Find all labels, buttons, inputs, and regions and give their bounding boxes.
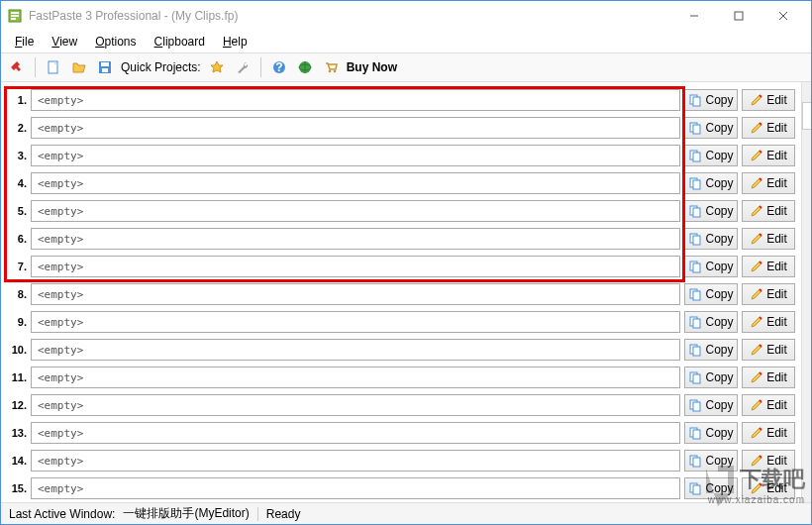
copy-label: Copy — [705, 260, 733, 273]
buy-now-button[interactable]: Buy Now — [347, 60, 397, 74]
copy-label: Copy — [705, 481, 733, 495]
clip-field[interactable]: <empty> — [31, 311, 680, 333]
cart-icon[interactable] — [321, 57, 341, 77]
edit-button[interactable]: Edit — [742, 256, 795, 277]
menu-help[interactable]: Help — [215, 33, 255, 51]
star-icon[interactable] — [207, 57, 227, 77]
menu-view[interactable]: View — [44, 33, 85, 51]
clip-field[interactable]: <empty> — [31, 283, 680, 305]
copy-label: Copy — [705, 454, 733, 468]
globe-icon[interactable] — [295, 57, 315, 77]
clip-row: 7.<empty>CopyEdit — [5, 253, 801, 280]
clip-field[interactable]: <empty> — [31, 256, 680, 277]
clip-field[interactable]: <empty> — [31, 422, 680, 444]
edit-label: Edit — [766, 481, 787, 495]
copy-button[interactable]: Copy — [684, 422, 738, 444]
svg-text:?: ? — [275, 60, 282, 74]
edit-button[interactable]: Edit — [742, 200, 795, 222]
svg-rect-11 — [102, 68, 108, 72]
clip-field[interactable]: <empty> — [31, 367, 680, 388]
help-icon[interactable]: ? — [269, 57, 289, 77]
edit-button[interactable]: Edit — [742, 477, 795, 499]
copy-button[interactable]: Copy — [684, 89, 738, 111]
copy-icon — [688, 481, 702, 495]
new-file-icon[interactable] — [44, 57, 63, 77]
svg-rect-48 — [693, 485, 700, 494]
edit-label: Edit — [766, 204, 787, 218]
copy-button[interactable]: Copy — [684, 117, 738, 139]
edit-button[interactable]: Edit — [742, 339, 795, 361]
clip-number: 7. — [5, 261, 27, 272]
edit-button[interactable]: Edit — [742, 394, 795, 416]
edit-button[interactable]: Edit — [742, 145, 795, 166]
copy-button[interactable]: Copy — [684, 145, 738, 166]
clip-row: 2.<empty>CopyEdit — [5, 114, 801, 142]
copy-button[interactable]: Copy — [684, 394, 738, 416]
clip-field[interactable]: <empty> — [31, 450, 680, 472]
clip-field[interactable]: <empty> — [31, 339, 680, 361]
clip-row: 9.<empty>CopyEdit — [5, 308, 801, 336]
svg-rect-3 — [11, 18, 16, 20]
copy-button[interactable]: Copy — [684, 477, 738, 499]
folder-open-icon[interactable] — [69, 57, 89, 77]
wrench-icon[interactable] — [233, 57, 253, 77]
clip-row: 13.<empty>CopyEdit — [5, 419, 801, 447]
svg-rect-46 — [693, 458, 700, 467]
svg-rect-44 — [693, 430, 700, 439]
copy-label: Copy — [705, 315, 733, 329]
clip-field[interactable]: <empty> — [31, 200, 680, 222]
edit-button[interactable]: Edit — [742, 172, 795, 194]
copy-button[interactable]: Copy — [684, 283, 738, 305]
copy-button[interactable]: Copy — [684, 256, 738, 277]
edit-icon — [750, 287, 763, 301]
clip-field[interactable]: <empty> — [31, 228, 680, 250]
side-tab[interactable] — [802, 102, 811, 130]
copy-label: Copy — [705, 343, 733, 357]
edit-label: Edit — [766, 93, 787, 107]
edit-button[interactable]: Edit — [742, 117, 795, 139]
edit-icon — [750, 149, 763, 162]
svg-rect-10 — [101, 62, 109, 66]
menu-clipboard[interactable]: Clipboard — [147, 33, 213, 51]
copy-icon — [688, 426, 702, 440]
svg-rect-34 — [693, 291, 700, 300]
edit-button[interactable]: Edit — [742, 367, 795, 388]
copy-button[interactable]: Copy — [684, 311, 738, 333]
copy-icon — [688, 232, 702, 246]
clip-field[interactable]: <empty> — [31, 477, 680, 499]
clip-field[interactable]: <empty> — [31, 172, 680, 194]
clip-field[interactable]: <empty> — [31, 394, 680, 416]
titlebar: FastPaste 3 Professional - (My Clips.fp) — [1, 1, 811, 31]
svg-rect-2 — [11, 15, 19, 17]
clip-field[interactable]: <empty> — [31, 89, 680, 111]
copy-label: Copy — [705, 149, 733, 162]
svg-rect-32 — [693, 263, 700, 272]
copy-button[interactable]: Copy — [684, 339, 738, 361]
minimize-button[interactable] — [671, 2, 716, 30]
app-window: FastPaste 3 Professional - (My Clips.fp)… — [0, 0, 812, 525]
svg-rect-26 — [693, 180, 700, 189]
svg-rect-24 — [693, 153, 700, 161]
pin-icon[interactable] — [7, 57, 27, 77]
copy-icon — [688, 204, 702, 218]
clip-field[interactable]: <empty> — [31, 117, 680, 139]
copy-button[interactable]: Copy — [684, 200, 738, 222]
close-button[interactable] — [761, 2, 805, 30]
copy-button[interactable]: Copy — [684, 228, 738, 250]
edit-button[interactable]: Edit — [742, 422, 795, 444]
edit-button[interactable]: Edit — [742, 89, 795, 111]
maximize-button[interactable] — [716, 2, 761, 30]
edit-button[interactable]: Edit — [742, 450, 795, 472]
toolbar-separator — [260, 57, 261, 77]
clip-field[interactable]: <empty> — [31, 145, 680, 166]
save-icon[interactable] — [95, 57, 115, 77]
edit-button[interactable]: Edit — [742, 228, 795, 250]
menu-options[interactable]: Options — [87, 33, 144, 51]
edit-button[interactable]: Edit — [742, 283, 795, 305]
clip-row: 6.<empty>CopyEdit — [5, 225, 801, 253]
copy-button[interactable]: Copy — [684, 367, 738, 388]
edit-button[interactable]: Edit — [742, 311, 795, 333]
menu-file[interactable]: File — [7, 33, 42, 51]
copy-button[interactable]: Copy — [684, 172, 738, 194]
copy-button[interactable]: Copy — [684, 450, 738, 472]
